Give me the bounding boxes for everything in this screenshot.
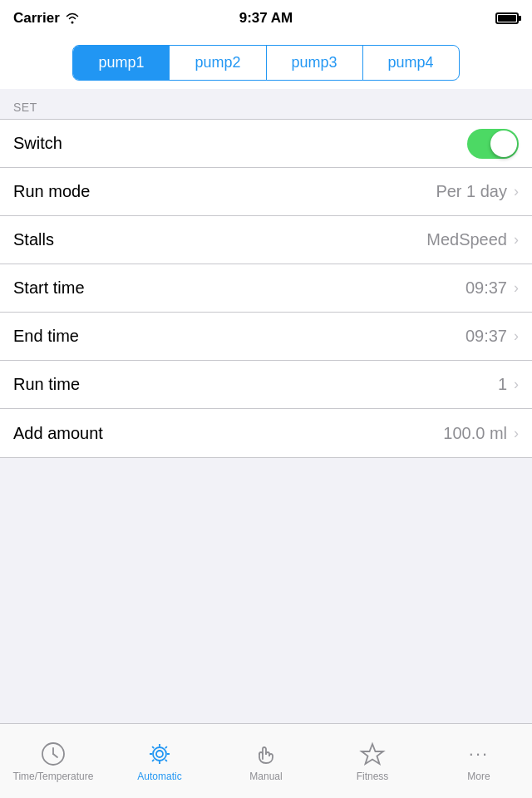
svg-marker-5	[362, 744, 383, 764]
add-amount-value-group: 100.0 ml ›	[443, 424, 519, 443]
tab-pump3[interactable]: pump3	[267, 46, 363, 80]
carrier-label: Carrier	[13, 10, 60, 27]
tab-pump4[interactable]: pump4	[363, 46, 459, 80]
section-header-set: SET	[0, 89, 532, 119]
nav-item-manual[interactable]: Manual	[213, 724, 319, 798]
add-amount-chevron: ›	[514, 425, 519, 442]
row-stalls[interactable]: Stalls MedSpeed ›	[0, 216, 532, 264]
add-amount-value: 100.0 ml	[443, 424, 507, 443]
run-mode-value: Per 1 day	[436, 182, 507, 201]
nav-label-time-temperature: Time/Temperature	[13, 771, 94, 782]
stalls-chevron: ›	[514, 231, 519, 249]
svg-line-2	[53, 754, 57, 757]
nav-item-automatic[interactable]: Automatic	[106, 724, 213, 798]
run-time-value: 1	[498, 375, 507, 394]
run-mode-value-group: Per 1 day ›	[436, 182, 519, 201]
stalls-value-group: MedSpeed ›	[426, 230, 519, 249]
battery-icon	[495, 12, 519, 24]
nav-label-manual: Manual	[249, 771, 282, 782]
gear-icon	[146, 741, 173, 767]
clock-icon	[40, 741, 66, 767]
run-time-value-group: 1 ›	[498, 375, 519, 394]
row-switch[interactable]: Switch	[0, 120, 532, 168]
run-mode-chevron: ›	[514, 183, 519, 200]
start-time-label: Start time	[13, 278, 85, 298]
start-time-chevron: ›	[514, 279, 519, 297]
switch-label: Switch	[13, 134, 62, 153]
end-time-value-group: 09:37 ›	[466, 327, 519, 346]
nav-label-fitness: Fitness	[357, 771, 389, 782]
pump-tab-group: pump1 pump2 pump3 pump4	[72, 45, 459, 81]
tab-pump1[interactable]: pump1	[73, 46, 170, 80]
row-end-time[interactable]: End time 09:37 ›	[0, 313, 532, 361]
start-time-value-group: 09:37 ›	[466, 278, 519, 298]
start-time-value: 09:37	[466, 278, 507, 298]
end-time-value: 09:37	[466, 327, 507, 346]
switch-toggle[interactable]	[467, 129, 519, 159]
carrier-wifi: Carrier	[13, 10, 80, 27]
stalls-label: Stalls	[13, 230, 54, 249]
row-add-amount[interactable]: Add amount 100.0 ml ›	[0, 409, 532, 457]
pump-tab-bar: pump1 pump2 pump3 pump4	[0, 37, 532, 89]
status-time: 9:37 AM	[239, 10, 293, 27]
end-time-label: End time	[13, 327, 79, 346]
bottom-nav: Time/Temperature Automatic Manual	[0, 723, 532, 798]
nav-item-time-temperature[interactable]: Time/Temperature	[0, 724, 106, 798]
run-time-label: Run time	[13, 375, 80, 394]
row-run-time[interactable]: Run time 1 ›	[0, 361, 532, 409]
more-dots-icon: ···	[466, 741, 492, 767]
tab-pump2[interactable]: pump2	[170, 46, 266, 80]
stalls-value: MedSpeed	[426, 230, 507, 249]
run-time-chevron: ›	[514, 376, 519, 393]
svg-point-4	[153, 747, 166, 761]
hand-icon	[253, 741, 279, 767]
svg-point-3	[156, 751, 163, 757]
nav-label-automatic: Automatic	[137, 771, 181, 782]
end-time-chevron: ›	[514, 328, 519, 345]
add-amount-label: Add amount	[13, 424, 103, 443]
settings-list: Switch Run mode Per 1 day › Stalls MedSp…	[0, 119, 532, 458]
nav-item-fitness[interactable]: Fitness	[319, 724, 426, 798]
star-icon	[359, 741, 386, 767]
battery-container	[495, 12, 519, 24]
row-run-mode[interactable]: Run mode Per 1 day ›	[0, 168, 532, 216]
status-bar: Carrier 9:37 AM	[0, 0, 532, 37]
row-start-time[interactable]: Start time 09:37 ›	[0, 264, 532, 313]
toggle-knob	[490, 131, 517, 157]
nav-item-more[interactable]: ··· More	[426, 724, 532, 798]
wifi-icon	[65, 12, 80, 24]
nav-label-more: More	[467, 771, 490, 782]
run-mode-label: Run mode	[13, 182, 90, 201]
